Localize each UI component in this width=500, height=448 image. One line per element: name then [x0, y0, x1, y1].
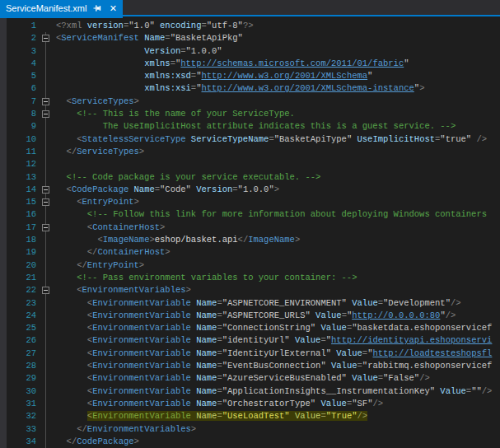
- code-line[interactable]: 1<?xml version="1.0" encoding="utf-8"?>: [0, 20, 500, 32]
- line-number: 15: [7, 196, 36, 208]
- code-line[interactable]: 28 <EnvironmentVariable Name="EventBusCo…: [0, 360, 500, 372]
- code-line[interactable]: 21 <!-- Pass environment variables to yo…: [0, 272, 500, 284]
- syntax-token: Value: [347, 298, 378, 308]
- code-text[interactable]: <EnvironmentVariables>: [54, 284, 500, 296]
- code-text[interactable]: <ServiceManifest Name="BasketApiPkg": [54, 32, 500, 44]
- code-text[interactable]: xmlns:xsi="http://www.w3.org/2001/XMLSch…: [54, 82, 500, 95]
- syntax-token: EntryPoint: [87, 260, 139, 270]
- code-text[interactable]: </EntryPoint>: [54, 259, 500, 272]
- code-line[interactable]: 19 </ContainerHost>: [0, 246, 500, 259]
- line-number: 19: [7, 246, 36, 259]
- code-line[interactable]: 12: [0, 158, 500, 170]
- fold-collapse-icon[interactable]: [42, 98, 49, 105]
- code-text[interactable]: <EnvironmentVariable Name="ConnectionStr…: [54, 322, 500, 334]
- code-text[interactable]: </EnvironmentVariables>: [54, 423, 500, 436]
- code-text[interactable]: <StatelessServiceType ServiceTypeName="B…: [54, 133, 500, 146]
- code-line[interactable]: 4 xmlns="http://schemas.microsoft.com/20…: [0, 58, 500, 70]
- code-line[interactable]: 3 Version="1.0.0": [0, 45, 500, 58]
- code-tokens: <!-- Follow this link for more informati…: [87, 209, 487, 219]
- code-line[interactable]: 15 <EntryPoint>: [0, 196, 500, 208]
- code-line[interactable]: 30 <EnvironmentVariable Name="Applicatio…: [0, 385, 500, 398]
- code-line[interactable]: 18 <ImageName>eshop/basket.api</ImageNam…: [0, 234, 500, 246]
- syntax-token: EnvironmentVariable: [92, 361, 191, 371]
- editor-area[interactable]: 1<?xml version="1.0" encoding="utf-8"?>2…: [0, 16, 500, 448]
- fold-collapse-icon[interactable]: [42, 35, 49, 42]
- code-text[interactable]: </ContainerHost>: [54, 246, 500, 259]
- code-text[interactable]: <ContainerHost>: [54, 222, 500, 234]
- code-line[interactable]: 2<ServiceManifest Name="BasketApiPkg": [0, 32, 500, 44]
- syntax-token: ServiceManifest: [61, 33, 139, 43]
- code-line[interactable]: 9 The UseImplicitHost attribute indicate…: [0, 120, 500, 133]
- code-text[interactable]: Version="1.0.0": [54, 45, 500, 58]
- code-line[interactable]: 33 </EnvironmentVariables>: [0, 423, 500, 436]
- code-text[interactable]: <EnvironmentVariable Name="ApplicationIn…: [54, 385, 500, 398]
- code-line[interactable]: 31 <EnvironmentVariable Name="Orchestrat…: [0, 398, 500, 410]
- line-number: 26: [7, 334, 36, 347]
- code-line[interactable]: 13 <!-- Code package is your service exe…: [0, 171, 500, 184]
- code-text[interactable]: <?xml version="1.0" encoding="utf-8"?>: [54, 20, 500, 32]
- line-number: 34: [7, 436, 36, 448]
- code-text[interactable]: </CodePackage>: [54, 436, 500, 448]
- tab-servicemanifest[interactable]: ServiceManifest.xml ✕: [0, 0, 123, 18]
- code-line[interactable]: 11 </ServiceTypes>: [0, 146, 500, 158]
- code-line[interactable]: 5 xmlns:xsd="http://www.w3.org/2001/XMLS…: [0, 70, 500, 82]
- fold-column: [36, 158, 54, 170]
- code-line[interactable]: 27 <EnvironmentVariable Name="IdentityUr…: [0, 348, 500, 360]
- code-text[interactable]: <EnvironmentVariable Name="AzureServiceB…: [54, 372, 500, 385]
- fold-collapse-icon[interactable]: [42, 198, 49, 206]
- fold-collapse-icon[interactable]: [42, 287, 49, 294]
- syntax-token: "AzureServiceBusEnabled": [222, 373, 347, 383]
- code-line[interactable]: 22 <EnvironmentVariables>: [0, 284, 500, 296]
- code-line[interactable]: 29 <EnvironmentVariable Name="AzureServi…: [0, 372, 500, 385]
- code-line[interactable]: 14 <CodePackage Name="Code" Version="1.0…: [0, 184, 500, 196]
- syntax-token: EnvironmentVariable: [92, 298, 191, 308]
- code-line[interactable]: 8 <!-- This is the name of your ServiceT…: [0, 108, 500, 120]
- fold-collapse-icon[interactable]: [42, 110, 49, 118]
- pin-icon[interactable]: [92, 3, 102, 13]
- code-text[interactable]: <CodePackage Name="Code" Version="1.0.0"…: [54, 184, 500, 196]
- code-line[interactable]: 16 <!-- Follow this link for more inform…: [0, 208, 500, 221]
- code-text[interactable]: <ServiceTypes>: [54, 96, 500, 108]
- code-text[interactable]: <EnvironmentVariable Name="IdentityUrlEx…: [54, 348, 500, 360]
- code-text[interactable]: xmlns="http://schemas.microsoft.com/2011…: [54, 58, 500, 70]
- fold-collapse-icon[interactable]: [42, 224, 49, 231]
- code-text[interactable]: <ImageName>eshop/basket.api</ImageName>: [54, 234, 500, 246]
- code-text[interactable]: <!-- Follow this link for more informati…: [54, 208, 500, 221]
- code-text[interactable]: [54, 158, 500, 170]
- code-text[interactable]: <EnvironmentVariable Name="identityUrl" …: [54, 334, 500, 347]
- code-text[interactable]: <!-- Pass environment variables to your …: [54, 272, 500, 284]
- code-text[interactable]: <EnvironmentVariable Name="OrchestratorT…: [54, 398, 500, 410]
- code-text[interactable]: <EnvironmentVariable Name="ASPNETCORE_EN…: [54, 297, 500, 310]
- code-text[interactable]: <EntryPoint>: [54, 196, 500, 208]
- code-line[interactable]: 34 </CodePackage>: [0, 436, 500, 448]
- syntax-token: ": [404, 58, 409, 68]
- code-line[interactable]: 6 xmlns:xsi="http://www.w3.org/2001/XMLS…: [0, 82, 500, 95]
- fold-column: [36, 58, 54, 70]
- code-text[interactable]: <!-- Code package is your service execut…: [54, 171, 500, 184]
- code-text[interactable]: <!-- This is the name of your ServiceTyp…: [54, 108, 500, 120]
- close-icon[interactable]: ✕: [108, 3, 118, 13]
- fold-column: [36, 133, 54, 146]
- code-line[interactable]: 24 <EnvironmentVariable Name="ASPNETCORE…: [0, 310, 500, 322]
- code-line[interactable]: 7 <ServiceTypes>: [0, 96, 500, 108]
- code-line[interactable]: 10 <StatelessServiceType ServiceTypeName…: [0, 133, 500, 146]
- code-text[interactable]: <EnvironmentVariable Name="EventBusConne…: [54, 360, 500, 372]
- code-text[interactable]: xmlns:xsd="http://www.w3.org/2001/XMLSch…: [54, 70, 500, 82]
- code-text[interactable]: The UseImplicitHost attribute indicates …: [54, 120, 500, 133]
- code-text[interactable]: <EnvironmentVariable Name="UseLoadTest" …: [54, 410, 500, 422]
- code-line[interactable]: 20 </EntryPoint>: [0, 259, 500, 272]
- code-line[interactable]: 32 <EnvironmentVariable Name="UseLoadTes…: [0, 410, 500, 422]
- code-line[interactable]: 23 <EnvironmentVariable Name="ASPNETCORE…: [0, 297, 500, 310]
- line-number: 7: [7, 96, 36, 108]
- code-line[interactable]: 17 <ContainerHost>: [0, 222, 500, 234]
- code-line[interactable]: 25 <EnvironmentVariable Name="Connection…: [0, 322, 500, 334]
- code-tokens: <EnvironmentVariable Name="ConnectionStr…: [87, 323, 493, 333]
- code-text[interactable]: <EnvironmentVariable Name="ASPNETCORE_UR…: [54, 310, 500, 322]
- code-tokens: <ServiceManifest Name="BasketApiPkg": [56, 33, 243, 43]
- syntax-token: "1.0.0": [186, 46, 222, 56]
- code-text[interactable]: </ServiceTypes>: [54, 146, 500, 158]
- code-line[interactable]: 26 <EnvironmentVariable Name="identityUr…: [0, 334, 500, 347]
- syntax-token: />: [372, 399, 383, 408]
- fold-collapse-icon[interactable]: [42, 186, 49, 194]
- fold-column: [36, 284, 54, 296]
